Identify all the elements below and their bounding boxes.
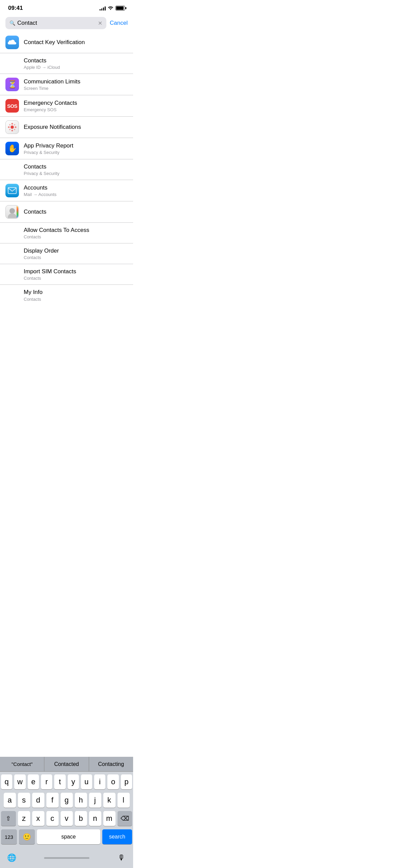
- result-title: Communication Limits: [24, 78, 128, 85]
- svg-point-6: [15, 126, 17, 128]
- list-item[interactable]: Allow Contacts To Access Contacts: [0, 223, 133, 243]
- mail-icon: [5, 184, 19, 197]
- search-bar[interactable]: 🔍 ✕: [5, 17, 106, 29]
- list-item[interactable]: Contacts Privacy & Security: [0, 159, 133, 180]
- result-subtitle: Privacy & Security: [24, 150, 128, 155]
- screen-time-icon: ⏳: [5, 78, 19, 91]
- icloud-icon: [5, 36, 19, 49]
- list-item[interactable]: Accounts Mail → Accounts: [0, 180, 133, 201]
- result-subtitle: Emergency SOS: [24, 107, 128, 112]
- result-title: Contacts: [24, 208, 128, 216]
- list-item[interactable]: Contacts: [0, 201, 133, 223]
- list-item[interactable]: Display Order Contacts: [0, 243, 133, 264]
- status-bar: 09:41: [0, 0, 133, 14]
- contacts-app-icon: [5, 205, 19, 219]
- search-input[interactable]: [17, 20, 96, 26]
- result-title: Import SIM Contacts: [24, 268, 128, 275]
- result-title: Contacts: [24, 57, 128, 64]
- svg-point-5: [8, 126, 10, 128]
- status-time: 09:41: [8, 5, 23, 12]
- list-item[interactable]: Exposure Notifications: [0, 117, 133, 138]
- list-item[interactable]: ⏳ Communication Limits Screen Time: [0, 74, 133, 95]
- sos-icon: SOS: [5, 99, 19, 113]
- svg-point-7: [9, 124, 10, 125]
- list-item[interactable]: Contact Key Verification: [0, 32, 133, 53]
- svg-point-8: [14, 124, 15, 125]
- svg-point-9: [9, 129, 10, 130]
- exposure-icon: [5, 120, 19, 134]
- result-title: Accounts: [24, 184, 128, 192]
- svg-point-4: [12, 130, 13, 132]
- svg-point-2: [11, 126, 13, 128]
- svg-point-3: [12, 123, 13, 125]
- battery-icon: [115, 6, 125, 11]
- wifi-icon: [108, 5, 113, 11]
- result-title: Contact Key Verification: [24, 39, 128, 46]
- list-item[interactable]: Contacts Apple ID → iCloud: [0, 53, 133, 74]
- result-subtitle: Contacts: [24, 255, 128, 260]
- result-title: Display Order: [24, 247, 128, 255]
- list-item[interactable]: ✋ App Privacy Report Privacy & Security: [0, 138, 133, 159]
- signal-icon: [100, 6, 106, 11]
- cancel-button[interactable]: Cancel: [110, 20, 128, 26]
- result-subtitle: Mail → Accounts: [24, 192, 128, 197]
- svg-point-10: [14, 129, 15, 130]
- result-title: App Privacy Report: [24, 142, 128, 150]
- result-title: Emergency Contacts: [24, 99, 128, 107]
- svg-rect-11: [8, 188, 16, 194]
- list-item[interactable]: SOS Emergency Contacts Emergency SOS: [0, 95, 133, 117]
- privacy-icon: ✋: [5, 142, 19, 155]
- result-title: Contacts: [24, 163, 128, 171]
- search-bar-container: 🔍 ✕ Cancel: [0, 14, 133, 32]
- result-subtitle: Screen Time: [24, 86, 128, 91]
- result-subtitle: Contacts: [24, 276, 128, 281]
- result-title: Allow Contacts To Access: [24, 226, 128, 234]
- results-list: Contact Key Verification Contacts Apple …: [0, 32, 133, 305]
- result-subtitle: Privacy & Security: [24, 171, 128, 176]
- list-item[interactable]: My Info Contacts: [0, 285, 133, 305]
- result-subtitle: Contacts: [24, 234, 128, 239]
- svg-point-0: [110, 9, 111, 10]
- result-subtitle: Apple ID → iCloud: [24, 65, 128, 70]
- clear-icon[interactable]: ✕: [98, 20, 102, 26]
- search-icon: 🔍: [9, 20, 15, 26]
- result-subtitle: Contacts: [24, 297, 128, 302]
- list-item[interactable]: Import SIM Contacts Contacts: [0, 264, 133, 285]
- result-title: My Info: [24, 289, 128, 296]
- status-icons: [100, 5, 125, 11]
- result-title: Exposure Notifications: [24, 123, 128, 131]
